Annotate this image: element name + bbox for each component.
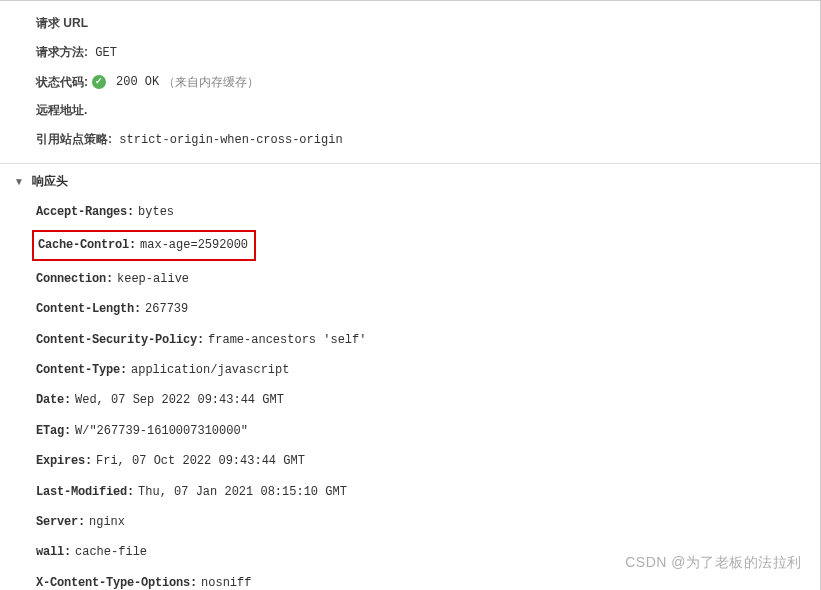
- referrer-policy-label: 引用站点策略:: [36, 132, 112, 146]
- header-row: Cache-Control:max-age=2592000: [0, 227, 820, 263]
- header-row: ETag:W/"267739-1610007310000": [0, 416, 820, 446]
- header-name: Content-Length:: [36, 302, 141, 316]
- referrer-policy-value: strict-origin-when-cross-origin: [119, 133, 342, 147]
- chevron-down-icon: ▼: [14, 176, 24, 187]
- header-value: Fri, 07 Oct 2022 09:43:44 GMT: [96, 454, 305, 468]
- header-value: bytes: [138, 205, 174, 219]
- header-name: ETag:: [36, 424, 71, 438]
- header-value: application/javascript: [131, 363, 289, 377]
- network-details-panel: 请求 URL 请求方法: GET 状态代码: ✓ 200 OK （来自内存缓存）…: [0, 1, 820, 590]
- request-url-row: 请求 URL: [0, 9, 820, 38]
- header-name: Expires:: [36, 454, 92, 468]
- header-name: Last-Modified:: [36, 485, 134, 499]
- request-method-value: GET: [95, 46, 117, 60]
- header-value: keep-alive: [117, 272, 189, 286]
- header-name: Content-Security-Policy:: [36, 333, 204, 347]
- header-name: Accept-Ranges:: [36, 205, 134, 219]
- header-value: max-age=2592000: [140, 238, 248, 252]
- header-value: nosniff: [201, 576, 251, 590]
- status-code-row: 状态代码: ✓ 200 OK （来自内存缓存）: [0, 68, 820, 97]
- header-name: wall:: [36, 545, 71, 559]
- status-code-value: 200 OK: [116, 71, 159, 94]
- header-name: Content-Type:: [36, 363, 127, 377]
- header-value: 267739: [145, 302, 188, 316]
- header-value: Wed, 07 Sep 2022 09:43:44 GMT: [75, 393, 284, 407]
- response-headers-title: 响应头: [32, 173, 68, 190]
- header-row: Content-Security-Policy:frame-ancestors …: [0, 325, 820, 355]
- header-name: X-Content-Type-Options:: [36, 576, 197, 590]
- header-name: Server:: [36, 515, 85, 529]
- watermark: CSDN @为了老板的法拉利: [625, 554, 802, 572]
- response-headers-toggle[interactable]: ▼ 响应头: [0, 170, 820, 193]
- status-code-label: 状态代码:: [36, 71, 88, 94]
- status-code-hint: （来自内存缓存）: [163, 71, 259, 94]
- remote-address-label: 远程地址.: [36, 103, 87, 117]
- response-headers-list: Accept-Ranges:bytesCache-Control:max-age…: [0, 193, 820, 590]
- request-method-row: 请求方法: GET: [0, 38, 820, 68]
- referrer-policy-row: 引用站点策略: strict-origin-when-cross-origin: [0, 125, 820, 155]
- request-method-label: 请求方法:: [36, 45, 88, 59]
- header-value: Thu, 07 Jan 2021 08:15:10 GMT: [138, 485, 347, 499]
- header-row: Content-Type:application/javascript: [0, 355, 820, 385]
- request-url-label: 请求 URL: [36, 16, 88, 30]
- header-value: nginx: [89, 515, 125, 529]
- header-value: frame-ancestors 'self': [208, 333, 366, 347]
- header-row: Connection:keep-alive: [0, 264, 820, 294]
- header-row: Server:nginx: [0, 507, 820, 537]
- header-row: Accept-Ranges:bytes: [0, 197, 820, 227]
- header-row: Date:Wed, 07 Sep 2022 09:43:44 GMT: [0, 385, 820, 415]
- header-name: Date:: [36, 393, 71, 407]
- remote-address-value-redacted: [95, 104, 235, 118]
- header-row: Content-Length:267739: [0, 294, 820, 324]
- general-section: 请求 URL 请求方法: GET 状态代码: ✓ 200 OK （来自内存缓存）…: [0, 9, 820, 164]
- request-url-value-redacted: [97, 17, 397, 31]
- header-name: Connection:: [36, 272, 113, 286]
- remote-address-row: 远程地址.: [0, 96, 820, 125]
- header-value: W/"267739-1610007310000": [75, 424, 248, 438]
- status-ok-icon: ✓: [92, 75, 106, 89]
- header-row: Last-Modified:Thu, 07 Jan 2021 08:15:10 …: [0, 477, 820, 507]
- header-value: cache-file: [75, 545, 147, 559]
- header-row: Expires:Fri, 07 Oct 2022 09:43:44 GMT: [0, 446, 820, 476]
- header-name: Cache-Control:: [38, 238, 136, 252]
